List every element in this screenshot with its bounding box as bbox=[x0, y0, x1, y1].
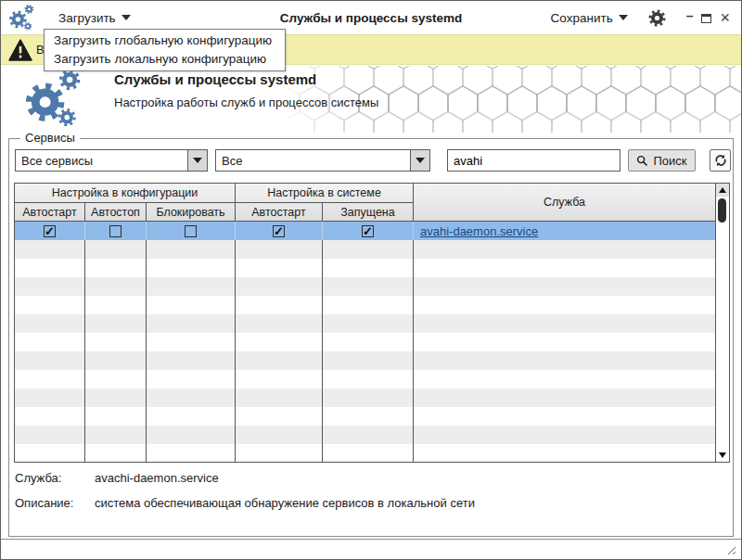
settings-gear-icon[interactable] bbox=[648, 9, 666, 27]
header-subtitle: Настройка работы служб и процессов систе… bbox=[114, 95, 378, 109]
detail-service-value: avachi-daemon.service bbox=[95, 471, 219, 485]
header-config-block: Блокировать bbox=[147, 203, 236, 222]
service-filter-value: Все сервисы bbox=[16, 154, 187, 168]
service-filter-select[interactable]: Все сервисы bbox=[15, 149, 208, 172]
state-filter-select[interactable]: Все bbox=[215, 149, 430, 172]
cell-system-autostart: ✓ bbox=[236, 222, 323, 240]
detail-description-label: Описание: bbox=[15, 496, 95, 510]
checkbox[interactable] bbox=[185, 225, 197, 237]
combo-arrow-button[interactable] bbox=[410, 150, 429, 171]
header-config-autostart: Автостарт bbox=[15, 203, 85, 222]
cell-service-name: avahi-daemon.service bbox=[414, 222, 715, 240]
header-service: Служба bbox=[414, 184, 715, 222]
scrollbar-thumb[interactable] bbox=[718, 198, 726, 223]
header-system-autostart: Автостарт bbox=[236, 203, 323, 222]
warning-triangle-icon bbox=[8, 39, 32, 61]
detail-service-row: Служба: avachi-daemon.service bbox=[15, 471, 475, 485]
detail-service-label: Служба: bbox=[15, 471, 95, 485]
save-menu-label: Сохранить bbox=[551, 11, 613, 25]
search-input[interactable] bbox=[447, 149, 620, 172]
refresh-icon bbox=[714, 154, 727, 167]
table-row-selected[interactable]: ✓ ✓ ✓ avahi-daemon.service bbox=[15, 222, 715, 240]
checkbox[interactable] bbox=[109, 225, 122, 237]
load-menu-label: Загрузить bbox=[58, 11, 116, 25]
load-dropdown-menu: Загрузить глобальную конфигурацию Загруз… bbox=[44, 29, 286, 71]
status-bar bbox=[1, 539, 741, 559]
app-window: Загрузить Службы и процессы systemd Сохр… bbox=[0, 0, 742, 560]
scrollbar-up-button[interactable] bbox=[716, 184, 729, 197]
checkbox[interactable]: ✓ bbox=[44, 225, 56, 237]
menu-item-load-local[interactable]: Загрузить локальную конфигурацию bbox=[45, 50, 285, 69]
close-button[interactable]: × bbox=[720, 11, 730, 24]
header-system-group: Настройка в системе bbox=[236, 184, 414, 203]
table-empty-area bbox=[15, 240, 715, 462]
app-gears-icon bbox=[8, 4, 38, 32]
header-config-group: Настройка в конфигурации bbox=[15, 184, 236, 203]
search-icon bbox=[636, 155, 648, 167]
state-filter-value: Все bbox=[216, 154, 410, 168]
triangle-down-icon bbox=[719, 452, 726, 458]
save-menu-button[interactable]: Сохранить bbox=[544, 7, 635, 29]
services-groupbox: Сервисы Все сервисы Все Поиск bbox=[8, 138, 734, 537]
header-text: Службы и процессы systemd Настройка рабо… bbox=[114, 71, 378, 109]
column-divider bbox=[413, 240, 414, 462]
chevron-down-icon bbox=[122, 15, 131, 20]
cell-config-autostop bbox=[85, 222, 147, 240]
header-title: Службы и процессы systemd bbox=[114, 71, 378, 87]
page-header: Службы и процессы systemd Настройка рабо… bbox=[1, 66, 741, 133]
column-divider bbox=[146, 240, 147, 462]
detail-description-value: система обеспечивающая обнаружение серви… bbox=[95, 496, 475, 510]
cell-system-running: ✓ bbox=[323, 222, 414, 240]
combo-arrow-button[interactable] bbox=[187, 150, 207, 171]
triangle-up-icon bbox=[719, 187, 726, 193]
checkbox[interactable]: ✓ bbox=[273, 225, 285, 237]
header-system-running: Запущена bbox=[323, 203, 414, 222]
header-gears-icon bbox=[12, 68, 101, 129]
window-controls: – × bbox=[686, 11, 730, 24]
detail-description-row: Описание: система обеспечивающая обнаруж… bbox=[15, 496, 475, 510]
chevron-down-icon bbox=[416, 158, 425, 163]
minimize-button[interactable]: – bbox=[686, 9, 694, 22]
search-button-label: Поиск bbox=[653, 154, 686, 168]
cell-config-autostart: ✓ bbox=[15, 222, 85, 240]
chevron-down-icon bbox=[619, 15, 628, 20]
column-divider bbox=[235, 240, 236, 462]
services-table-main: Настройка в конфигурации Настройка в сис… bbox=[15, 184, 715, 462]
column-divider bbox=[322, 240, 323, 462]
services-group-label: Сервисы bbox=[20, 131, 80, 145]
service-link[interactable]: avahi-daemon.service bbox=[420, 224, 538, 238]
resize-grip[interactable] bbox=[725, 544, 736, 555]
search-button[interactable]: Поиск bbox=[628, 149, 696, 172]
titlebar-right: Сохранить – × bbox=[544, 7, 741, 29]
vertical-scrollbar[interactable] bbox=[715, 184, 729, 462]
menu-item-load-global[interactable]: Загрузить глобальную конфигурацию bbox=[45, 32, 285, 50]
refresh-button[interactable] bbox=[710, 149, 731, 172]
service-details: Служба: avachi-daemon.service Описание: … bbox=[15, 471, 475, 521]
header-config-autostop: Автостоп bbox=[85, 203, 147, 222]
scrollbar-down-button[interactable] bbox=[716, 449, 729, 462]
column-divider bbox=[84, 240, 85, 462]
table-header: Настройка в конфигурации Настройка в сис… bbox=[15, 184, 715, 222]
chevron-down-icon bbox=[193, 158, 202, 163]
services-table: Настройка в конфигурации Настройка в сис… bbox=[14, 183, 730, 463]
maximize-button[interactable] bbox=[701, 14, 711, 23]
load-menu-button[interactable]: Загрузить bbox=[51, 7, 138, 29]
cell-config-block bbox=[147, 222, 236, 240]
checkbox[interactable]: ✓ bbox=[362, 225, 374, 237]
